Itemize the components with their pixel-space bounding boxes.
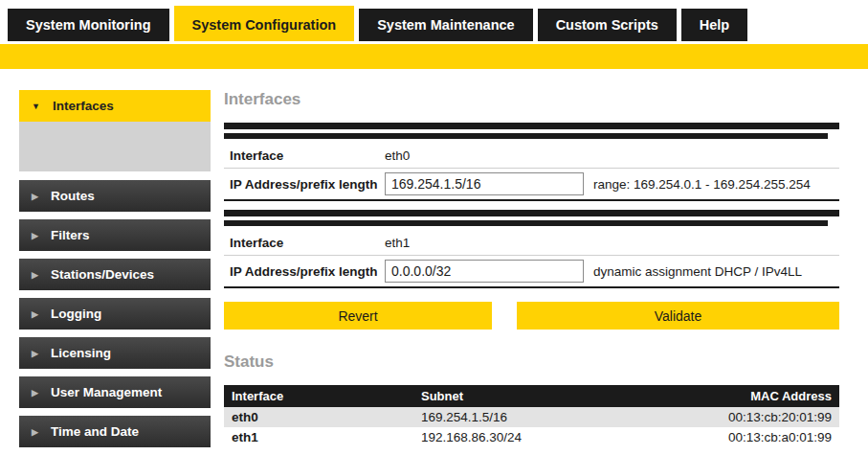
sidebar-item-logging[interactable]: ▶ Logging bbox=[19, 298, 211, 330]
status-subnet-cell: 169.254.1.5/16 bbox=[421, 410, 669, 424]
status-mac-cell: 00:13:cb:a0:01:99 bbox=[669, 430, 832, 444]
tab-system-monitoring[interactable]: System Monitoring bbox=[8, 9, 169, 41]
sidebar-item-user-management[interactable]: ▶ User Management bbox=[19, 376, 211, 408]
sidebar-item-label: Logging bbox=[51, 307, 101, 321]
ip-address-input-eth1[interactable] bbox=[385, 260, 584, 283]
table-header-bar bbox=[224, 210, 839, 216]
interface-name-row: Interface eth0 bbox=[224, 143, 839, 168]
interface-form: Interface eth0 IP Address/prefix length … bbox=[224, 143, 839, 201]
accent-band bbox=[0, 44, 868, 69]
sidebar-item-routes[interactable]: ▶ Routes bbox=[19, 180, 211, 212]
status-header-subnet: Subnet bbox=[421, 389, 669, 403]
interface-group-eth1: Interface eth1 IP Address/prefix length … bbox=[224, 210, 839, 288]
ip-range-hint: range: 169.254.0.1 - 169.254.255.254 bbox=[593, 177, 811, 192]
chevron-right-icon: ▶ bbox=[32, 192, 38, 201]
status-header-mac: MAC Address bbox=[669, 389, 832, 403]
sidebar-item-stations-devices[interactable]: ▶ Stations/Devices bbox=[19, 259, 211, 290]
interface-name-row: Interface eth1 bbox=[224, 230, 839, 255]
sidebar-subpanel bbox=[19, 122, 211, 171]
interface-value: eth0 bbox=[385, 148, 410, 163]
interface-label: Interface bbox=[224, 236, 385, 250]
page-layout: ▼ Interfaces ▶ Routes ▶ Filters ▶ Statio… bbox=[0, 69, 868, 455]
status-mac-cell: 00:13:cb:20:01:99 bbox=[669, 410, 832, 424]
table-row: eth1 192.168.86.30/24 00:13:cb:a0:01:99 bbox=[224, 427, 839, 447]
chevron-right-icon: ▶ bbox=[32, 309, 38, 319]
status-table: Interface Subnet MAC Address eth0 169.25… bbox=[224, 385, 839, 447]
status-header-interface: Interface bbox=[232, 389, 421, 403]
chevron-right-icon: ▶ bbox=[32, 270, 38, 280]
table-header-bar bbox=[224, 123, 839, 129]
ip-address-row: IP Address/prefix length dynamic assignm… bbox=[224, 255, 839, 286]
status-interface-cell: eth0 bbox=[232, 410, 421, 424]
status-table-header: Interface Subnet MAC Address bbox=[224, 385, 839, 407]
ip-address-input-eth0[interactable] bbox=[385, 172, 584, 195]
tab-system-maintenance[interactable]: System Maintenance bbox=[359, 9, 532, 41]
status-interface-cell: eth1 bbox=[232, 430, 421, 444]
chevron-right-icon: ▶ bbox=[32, 388, 38, 398]
sidebar-item-label: Time and Date bbox=[51, 424, 139, 439]
interface-form: Interface eth1 IP Address/prefix length … bbox=[224, 230, 839, 288]
sidebar-item-time-and-date[interactable]: ▶ Time and Date bbox=[19, 416, 211, 447]
sidebar-item-filters[interactable]: ▶ Filters bbox=[19, 219, 211, 251]
table-row: eth0 169.254.1.5/16 00:13:cb:20:01:99 bbox=[224, 407, 839, 427]
interface-value: eth1 bbox=[385, 236, 410, 250]
form-actions: Revert Validate bbox=[224, 302, 839, 330]
ip-address-row: IP Address/prefix length range: 169.254.… bbox=[224, 168, 839, 199]
sidebar-item-licensing[interactable]: ▶ Licensing bbox=[19, 337, 211, 369]
table-header-bar bbox=[224, 220, 828, 226]
ip-address-label: IP Address/prefix length bbox=[224, 264, 385, 279]
status-subnet-cell: 192.168.86.30/24 bbox=[421, 430, 669, 444]
page-title: Interfaces bbox=[224, 90, 839, 109]
chevron-right-icon: ▶ bbox=[32, 231, 38, 240]
interface-group-eth0: Interface eth0 IP Address/prefix length … bbox=[224, 123, 839, 201]
top-tab-bar: System Monitoring System Configuration S… bbox=[0, 0, 868, 41]
status-title: Status bbox=[224, 353, 839, 372]
sidebar-item-interfaces[interactable]: ▼ Interfaces bbox=[19, 90, 211, 122]
validate-button[interactable]: Validate bbox=[517, 302, 839, 330]
sidebar-item-label: Routes bbox=[51, 189, 95, 203]
tab-system-configuration[interactable]: System Configuration bbox=[174, 6, 355, 41]
ip-assignment-hint: dynamic assignment DHCP / IPv4LL bbox=[593, 264, 802, 279]
interface-label: Interface bbox=[224, 148, 385, 163]
chevron-right-icon: ▶ bbox=[32, 427, 38, 437]
sidebar-item-label: Stations/Devices bbox=[51, 267, 154, 282]
sidebar-item-label: Interfaces bbox=[53, 99, 114, 113]
sidebar-item-label: User Management bbox=[51, 385, 162, 399]
revert-button[interactable]: Revert bbox=[224, 302, 492, 330]
tab-custom-scripts[interactable]: Custom Scripts bbox=[538, 9, 677, 41]
sidebar-item-label: Licensing bbox=[51, 346, 111, 360]
main-content: Interfaces Interface eth0 IP Address/pre… bbox=[224, 90, 839, 455]
sidebar: ▼ Interfaces ▶ Routes ▶ Filters ▶ Statio… bbox=[19, 90, 211, 455]
table-header-bar bbox=[224, 133, 828, 139]
ip-address-label: IP Address/prefix length bbox=[224, 177, 385, 192]
chevron-down-icon: ▼ bbox=[32, 102, 40, 111]
chevron-right-icon: ▶ bbox=[32, 349, 38, 358]
tab-help[interactable]: Help bbox=[681, 9, 747, 41]
sidebar-item-label: Filters bbox=[51, 228, 90, 242]
